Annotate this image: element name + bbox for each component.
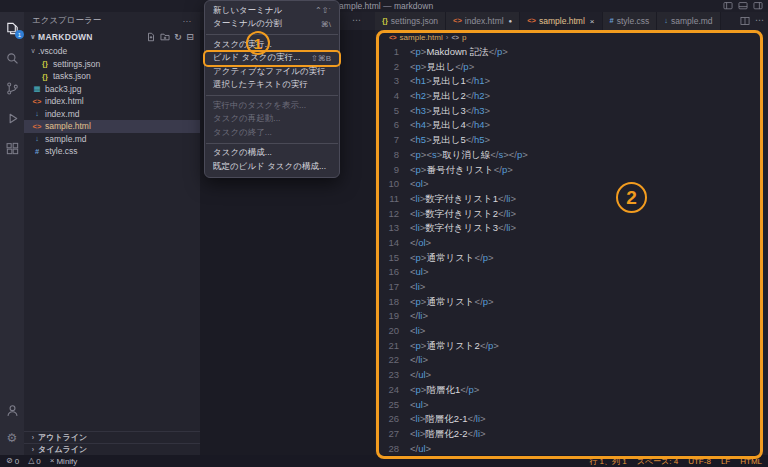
- editor-tab[interactable]: {}settings.json: [375, 12, 446, 30]
- status-item[interactable]: LF: [721, 457, 730, 466]
- breadcrumb-file[interactable]: sample.html: [400, 33, 443, 42]
- file-tree-item[interactable]: ▦back3.jpg: [24, 83, 200, 96]
- code-editor[interactable]: 1<p>Makdown 記法</p>2<p>見出し</p>3<h1>見出し1</…: [375, 44, 768, 455]
- json-file-icon: {}: [40, 60, 50, 68]
- breadcrumb[interactable]: <> sample.html › <> p: [375, 30, 768, 44]
- activity-settings[interactable]: ⚙: [3, 429, 21, 447]
- file-name: sample.md: [45, 134, 87, 144]
- code-text: <h1>見出し1</h1>: [410, 74, 490, 89]
- line-number: 5: [375, 104, 399, 119]
- menu-item-label: タスクの終了...: [213, 127, 272, 139]
- editor-tab[interactable]: <>index.html●: [446, 12, 520, 30]
- status-item[interactable]: スペース: 4: [637, 456, 678, 467]
- html-file-icon: <>: [389, 34, 397, 41]
- sidebar-panel-アウトライン[interactable]: ›アウトライン: [24, 431, 200, 443]
- file-tree-item[interactable]: #style.css: [24, 145, 200, 158]
- line-number: 27: [375, 427, 399, 442]
- status-item[interactable]: △0: [28, 457, 41, 466]
- file-tree-item[interactable]: ↓index.md: [24, 108, 200, 121]
- code-line: 9<p>番号付きリスト</p>: [375, 163, 768, 178]
- html-file-icon: <>: [453, 17, 462, 25]
- workspace-section-header[interactable]: ∨ MARKDOWN ↻⊟: [24, 30, 200, 44]
- menu-divider: [206, 95, 338, 96]
- refresh-icon[interactable]: ↻: [174, 33, 182, 42]
- activity-source-control[interactable]: [3, 79, 21, 97]
- close-icon: ×: [50, 457, 55, 465]
- menu-item[interactable]: 新しいターミナル⌃⇧`: [205, 4, 339, 18]
- menu-item[interactable]: ビルド タスクの実行...⇧⌘B: [205, 52, 339, 66]
- code-text: </li>: [410, 309, 428, 324]
- menu-item[interactable]: ターミナルの分割⌘\: [205, 18, 339, 32]
- line-number: 3: [375, 74, 399, 89]
- menu-item[interactable]: 選択したテキストの実行: [205, 79, 339, 93]
- layout-right-icon[interactable]: [753, 1, 763, 11]
- tab-label: settings.json: [391, 16, 438, 26]
- close-icon[interactable]: ×: [590, 17, 595, 26]
- json-file-icon: {}: [382, 17, 388, 25]
- new-file-icon[interactable]: [146, 32, 156, 42]
- activity-explorer[interactable]: 1: [3, 19, 21, 37]
- new-folder-icon[interactable]: [160, 32, 170, 42]
- breadcrumb-symbol[interactable]: p: [462, 33, 466, 42]
- html-file-icon: <>: [32, 123, 42, 131]
- status-item[interactable]: ×Minify: [50, 457, 78, 466]
- code-text: <p>通常リスト</p>: [410, 295, 494, 310]
- line-number: 24: [375, 383, 399, 398]
- menu-shortcut: ⌃⇧`: [310, 6, 331, 15]
- activity-badge: 1: [15, 30, 24, 39]
- file-tree-item[interactable]: ∨.vscode: [24, 45, 200, 58]
- status-item[interactable]: HTML: [740, 457, 762, 466]
- chevron-down-icon: ∨: [28, 47, 38, 55]
- tab-overflow-icon[interactable]: ⋯: [352, 15, 361, 25]
- menu-item[interactable]: アクティブなファイルの実行: [205, 65, 339, 79]
- css-file-icon: #: [32, 148, 42, 156]
- file-tree-item[interactable]: <>index.html: [24, 95, 200, 108]
- editor-actions: ⋯: [740, 16, 764, 26]
- file-name: sample.html: [45, 121, 91, 131]
- code-line: 8<p><s>取り消し線</s></p>: [375, 148, 768, 163]
- status-item[interactable]: 行 1、列 1: [589, 456, 626, 467]
- status-item[interactable]: ⊘0: [6, 457, 19, 466]
- file-tree-item[interactable]: ↓sample.md: [24, 133, 200, 146]
- activity-bar-bottom: ⚙: [3, 401, 21, 455]
- code-text: <h3>見出し3</h3>: [410, 104, 490, 119]
- more-actions-icon[interactable]: ⋯: [183, 16, 193, 26]
- collapse-all-icon[interactable]: ⊟: [186, 33, 194, 42]
- breadcrumb-separator: ›: [446, 33, 449, 42]
- code-text: <p>通常リスト</p>: [410, 251, 494, 266]
- code-line: 15<p>通常リスト</p>: [375, 251, 768, 266]
- menu-item[interactable]: タスクの実行...: [205, 38, 339, 52]
- menu-item[interactable]: タスクの構成...: [205, 147, 339, 161]
- code-line: 6<h4>見出し4</h4>: [375, 118, 768, 133]
- menu-divider: [206, 143, 338, 144]
- activity-account[interactable]: [3, 401, 21, 419]
- menu-item-label: タスクの再起動...: [213, 113, 280, 125]
- file-name: settings.json: [53, 59, 100, 69]
- file-tree-item[interactable]: {}tasks.json: [24, 70, 200, 83]
- error-icon: ⊘: [6, 457, 13, 465]
- code-text: </ol>: [410, 236, 431, 251]
- extensions-icon: [5, 141, 20, 156]
- editor-tab[interactable]: #style.css: [603, 12, 658, 30]
- sidebar-panel-タイムライン[interactable]: ›タイムライン: [24, 443, 200, 455]
- code-line: 10<ol>: [375, 177, 768, 192]
- line-number: 20: [375, 324, 399, 339]
- more-icon[interactable]: ⋯: [755, 16, 764, 26]
- editor-tab[interactable]: ↓sample.md: [657, 12, 720, 30]
- sidebar-title: エクスプローラー: [32, 15, 101, 27]
- file-name: back3.jpg: [45, 84, 81, 94]
- activity-search[interactable]: [3, 49, 21, 67]
- chevron-right-icon: ›: [28, 446, 38, 453]
- activity-extensions[interactable]: [3, 139, 21, 157]
- line-number: 12: [375, 207, 399, 222]
- split-editor-icon[interactable]: [740, 16, 750, 26]
- layout-sidebar-icon[interactable]: [723, 1, 733, 11]
- title-bar: sample.html — markdown: [0, 0, 768, 12]
- file-tree-item[interactable]: {}settings.json: [24, 58, 200, 71]
- status-item[interactable]: UTF-8: [688, 457, 711, 466]
- editor-tab[interactable]: <>sample.html×: [520, 12, 602, 30]
- file-tree-item[interactable]: <>sample.html: [24, 120, 200, 133]
- menu-item[interactable]: 既定のビルド タスクの構成...: [205, 160, 339, 174]
- layout-panel-icon[interactable]: [738, 1, 748, 11]
- activity-run-debug[interactable]: [3, 109, 21, 127]
